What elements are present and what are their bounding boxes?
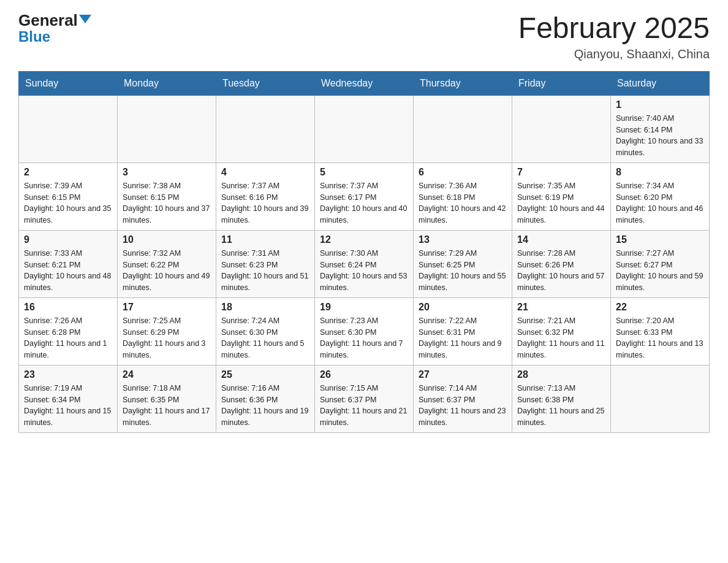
day-info: Sunrise: 7:18 AMSunset: 6:35 PMDaylight:…: [123, 383, 211, 429]
day-number: 15: [616, 234, 704, 245]
day-number: 19: [320, 302, 408, 313]
calendar-cell: 7Sunrise: 7:35 AMSunset: 6:19 PMDaylight…: [512, 163, 611, 230]
calendar-cell: 22Sunrise: 7:20 AMSunset: 6:33 PMDayligh…: [611, 297, 710, 365]
calendar-cell: 25Sunrise: 7:16 AMSunset: 6:36 PMDayligh…: [216, 365, 315, 432]
day-info: Sunrise: 7:37 AMSunset: 6:17 PMDaylight:…: [320, 180, 408, 226]
calendar-cell: 21Sunrise: 7:21 AMSunset: 6:32 PMDayligh…: [512, 297, 611, 365]
day-info: Sunrise: 7:30 AMSunset: 6:24 PMDaylight:…: [320, 248, 408, 294]
calendar-header-tuesday: Tuesday: [216, 71, 315, 95]
day-number: 10: [123, 234, 211, 245]
calendar-cell: 15Sunrise: 7:27 AMSunset: 6:27 PMDayligh…: [611, 230, 710, 297]
day-number: 9: [24, 234, 112, 245]
day-info: Sunrise: 7:22 AMSunset: 6:31 PMDaylight:…: [419, 315, 507, 361]
day-info: Sunrise: 7:15 AMSunset: 6:37 PMDaylight:…: [320, 383, 408, 429]
calendar-cell: 13Sunrise: 7:29 AMSunset: 6:25 PMDayligh…: [414, 230, 512, 297]
day-number: 28: [517, 369, 605, 380]
calendar-table: SundayMondayTuesdayWednesdayThursdayFrid…: [18, 71, 710, 433]
day-number: 23: [24, 369, 112, 380]
day-number: 7: [517, 167, 605, 178]
day-info: Sunrise: 7:37 AMSunset: 6:16 PMDaylight:…: [221, 180, 309, 226]
day-number: 6: [419, 167, 507, 178]
day-number: 22: [616, 302, 704, 313]
day-number: 8: [616, 167, 704, 178]
day-info: Sunrise: 7:21 AMSunset: 6:32 PMDaylight:…: [517, 315, 605, 361]
calendar-header-saturday: Saturday: [611, 71, 710, 95]
calendar-cell: 2Sunrise: 7:39 AMSunset: 6:15 PMDaylight…: [19, 163, 118, 230]
calendar-cell: 12Sunrise: 7:30 AMSunset: 6:24 PMDayligh…: [315, 230, 414, 297]
calendar-cell: 18Sunrise: 7:24 AMSunset: 6:30 PMDayligh…: [216, 297, 315, 365]
calendar-cell: 11Sunrise: 7:31 AMSunset: 6:23 PMDayligh…: [216, 230, 315, 297]
calendar-cell: 9Sunrise: 7:33 AMSunset: 6:21 PMDaylight…: [19, 230, 118, 297]
calendar-cell: 10Sunrise: 7:32 AMSunset: 6:22 PMDayligh…: [118, 230, 216, 297]
logo-text: General: [18, 12, 91, 28]
day-info: Sunrise: 7:40 AMSunset: 6:14 PMDaylight:…: [616, 113, 704, 159]
day-info: Sunrise: 7:20 AMSunset: 6:33 PMDaylight:…: [616, 315, 704, 361]
calendar-header-thursday: Thursday: [414, 71, 512, 95]
day-info: Sunrise: 7:32 AMSunset: 6:22 PMDaylight:…: [123, 248, 211, 294]
calendar-cell: 19Sunrise: 7:23 AMSunset: 6:30 PMDayligh…: [315, 297, 414, 365]
page-title: February 2025: [518, 12, 710, 45]
day-info: Sunrise: 7:16 AMSunset: 6:36 PMDaylight:…: [221, 383, 309, 429]
day-info: Sunrise: 7:34 AMSunset: 6:20 PMDaylight:…: [616, 180, 704, 226]
calendar-header-monday: Monday: [118, 71, 216, 95]
page-subtitle: Qianyou, Shaanxi, China: [518, 47, 710, 61]
calendar-cell: [414, 95, 512, 163]
calendar-header-friday: Friday: [512, 71, 611, 95]
day-info: Sunrise: 7:38 AMSunset: 6:15 PMDaylight:…: [123, 180, 211, 226]
day-info: Sunrise: 7:14 AMSunset: 6:37 PMDaylight:…: [419, 383, 507, 429]
calendar-cell: [611, 365, 710, 432]
day-number: 17: [123, 302, 211, 313]
calendar-cell: [315, 95, 414, 163]
calendar-header-row: SundayMondayTuesdayWednesdayThursdayFrid…: [19, 71, 710, 95]
calendar-cell: 28Sunrise: 7:13 AMSunset: 6:38 PMDayligh…: [512, 365, 611, 432]
calendar-cell: 23Sunrise: 7:19 AMSunset: 6:34 PMDayligh…: [19, 365, 118, 432]
calendar-cell: 1Sunrise: 7:40 AMSunset: 6:14 PMDaylight…: [611, 95, 710, 163]
day-info: Sunrise: 7:29 AMSunset: 6:25 PMDaylight:…: [419, 248, 507, 294]
calendar-header-sunday: Sunday: [19, 71, 118, 95]
day-info: Sunrise: 7:25 AMSunset: 6:29 PMDaylight:…: [123, 315, 211, 361]
logo-blue: Blue: [18, 29, 50, 44]
day-number: 18: [221, 302, 309, 313]
title-area: February 2025 Qianyou, Shaanxi, China: [518, 12, 710, 61]
calendar-cell: 24Sunrise: 7:18 AMSunset: 6:35 PMDayligh…: [118, 365, 216, 432]
calendar-cell: 27Sunrise: 7:14 AMSunset: 6:37 PMDayligh…: [414, 365, 512, 432]
day-number: 14: [517, 234, 605, 245]
day-number: 11: [221, 234, 309, 245]
calendar-cell: 8Sunrise: 7:34 AMSunset: 6:20 PMDaylight…: [611, 163, 710, 230]
day-number: 2: [24, 167, 112, 178]
calendar-cell: [216, 95, 315, 163]
day-number: 4: [221, 167, 309, 178]
calendar-cell: 3Sunrise: 7:38 AMSunset: 6:15 PMDaylight…: [118, 163, 216, 230]
calendar-cell: 5Sunrise: 7:37 AMSunset: 6:17 PMDaylight…: [315, 163, 414, 230]
day-info: Sunrise: 7:27 AMSunset: 6:27 PMDaylight:…: [616, 248, 704, 294]
day-number: 26: [320, 369, 408, 380]
day-number: 3: [123, 167, 211, 178]
day-info: Sunrise: 7:39 AMSunset: 6:15 PMDaylight:…: [24, 180, 112, 226]
calendar-week-row: 16Sunrise: 7:26 AMSunset: 6:28 PMDayligh…: [19, 297, 710, 365]
calendar-week-row: 2Sunrise: 7:39 AMSunset: 6:15 PMDaylight…: [19, 163, 710, 230]
calendar-cell: [118, 95, 216, 163]
calendar-cell: 26Sunrise: 7:15 AMSunset: 6:37 PMDayligh…: [315, 365, 414, 432]
calendar-cell: 17Sunrise: 7:25 AMSunset: 6:29 PMDayligh…: [118, 297, 216, 365]
calendar-cell: 14Sunrise: 7:28 AMSunset: 6:26 PMDayligh…: [512, 230, 611, 297]
calendar-cell: 20Sunrise: 7:22 AMSunset: 6:31 PMDayligh…: [414, 297, 512, 365]
day-number: 25: [221, 369, 309, 380]
calendar-cell: [19, 95, 118, 163]
day-number: 27: [419, 369, 507, 380]
calendar-cell: 4Sunrise: 7:37 AMSunset: 6:16 PMDaylight…: [216, 163, 315, 230]
day-info: Sunrise: 7:36 AMSunset: 6:18 PMDaylight:…: [419, 180, 507, 226]
calendar-cell: [512, 95, 611, 163]
day-info: Sunrise: 7:13 AMSunset: 6:38 PMDaylight:…: [517, 383, 605, 429]
day-number: 20: [419, 302, 507, 313]
calendar-cell: 16Sunrise: 7:26 AMSunset: 6:28 PMDayligh…: [19, 297, 118, 365]
day-number: 5: [320, 167, 408, 178]
day-number: 24: [123, 369, 211, 380]
day-number: 12: [320, 234, 408, 245]
day-info: Sunrise: 7:28 AMSunset: 6:26 PMDaylight:…: [517, 248, 605, 294]
day-info: Sunrise: 7:24 AMSunset: 6:30 PMDaylight:…: [221, 315, 309, 361]
day-number: 21: [517, 302, 605, 313]
day-info: Sunrise: 7:35 AMSunset: 6:19 PMDaylight:…: [517, 180, 605, 226]
day-number: 16: [24, 302, 112, 313]
day-info: Sunrise: 7:19 AMSunset: 6:34 PMDaylight:…: [24, 383, 112, 429]
calendar-week-row: 9Sunrise: 7:33 AMSunset: 6:21 PMDaylight…: [19, 230, 710, 297]
